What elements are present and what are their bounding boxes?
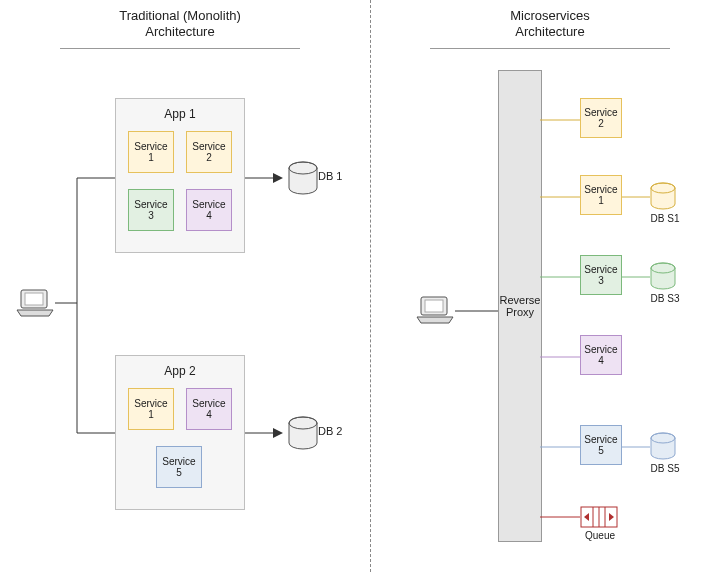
connector-svc1-db (622, 194, 650, 200)
title-monolith-line2: Architecture (145, 24, 214, 39)
title-microservices-underline (430, 48, 670, 49)
connector-svc5-db (622, 444, 650, 450)
connector-proxy-svc4 (540, 354, 580, 360)
app2-service1: Service 1 (128, 388, 174, 430)
db2-icon (285, 416, 321, 452)
title-monolith-line1: Traditional (Monolith) (119, 8, 241, 23)
app2-service4: Service 4 (186, 388, 232, 430)
db2-label: DB 2 (318, 425, 342, 437)
ms-service1: Service 1 (580, 175, 622, 215)
db-s5-icon (648, 432, 678, 462)
title-monolith-underline (60, 48, 300, 49)
title-monolith: Traditional (Monolith) Architecture (60, 8, 300, 41)
db-s1-icon (648, 182, 678, 212)
db-s5-label: DB S5 (648, 463, 682, 474)
app1-label: App 1 (116, 107, 244, 121)
ms-service4: Service 4 (580, 335, 622, 375)
connector-proxy-svc3 (540, 274, 580, 280)
app1-service4: Service 4 (186, 189, 232, 231)
app1-service2: Service 2 (186, 131, 232, 173)
svg-rect-11 (425, 300, 443, 312)
app2-service5: Service 5 (156, 446, 202, 488)
queue-icon (580, 506, 618, 528)
app1-box: App 1 Service 1 Service 2 Service 3 Serv… (115, 98, 245, 253)
title-microservices: Microservices Architecture (430, 8, 670, 41)
svg-marker-7 (273, 428, 283, 438)
app1-service3: Service 3 (128, 189, 174, 231)
arrow-app2-db2 (245, 423, 285, 443)
diagram-canvas: Traditional (Monolith) Architecture Micr… (0, 0, 706, 572)
db-s3-icon (648, 262, 678, 292)
ms-service2: Service 2 (580, 98, 622, 138)
db-s3-label: DB S3 (648, 293, 682, 304)
db-s1-label: DB S1 (648, 213, 682, 224)
reverse-proxy-box: Reverse Proxy (498, 70, 542, 542)
connector-svc3-db (622, 274, 650, 280)
connector-proxy-svc1 (540, 194, 580, 200)
ms-service5: Service 5 (580, 425, 622, 465)
db1-icon (285, 161, 321, 197)
ms-service3: Service 3 (580, 255, 622, 295)
connector-proxy-svc2 (540, 117, 580, 123)
laptop-icon (15, 288, 55, 318)
db1-label: DB 1 (318, 170, 342, 182)
queue-label: Queue (582, 530, 618, 541)
svg-rect-1 (25, 293, 43, 305)
vertical-divider (370, 0, 371, 572)
title-microservices-line1: Microservices (510, 8, 589, 23)
connector-laptop-proxy (455, 306, 500, 316)
connector-proxy-svc5 (540, 444, 580, 450)
svg-marker-3 (273, 173, 283, 183)
title-microservices-line2: Architecture (515, 24, 584, 39)
laptop-icon-right (415, 295, 455, 325)
app1-service1: Service 1 (128, 131, 174, 173)
arrow-app1-db1 (245, 168, 285, 188)
app2-label: App 2 (116, 364, 244, 378)
connector-proxy-queue (540, 514, 580, 520)
app2-box: App 2 Service 1 Service 4 Service 5 (115, 355, 245, 510)
